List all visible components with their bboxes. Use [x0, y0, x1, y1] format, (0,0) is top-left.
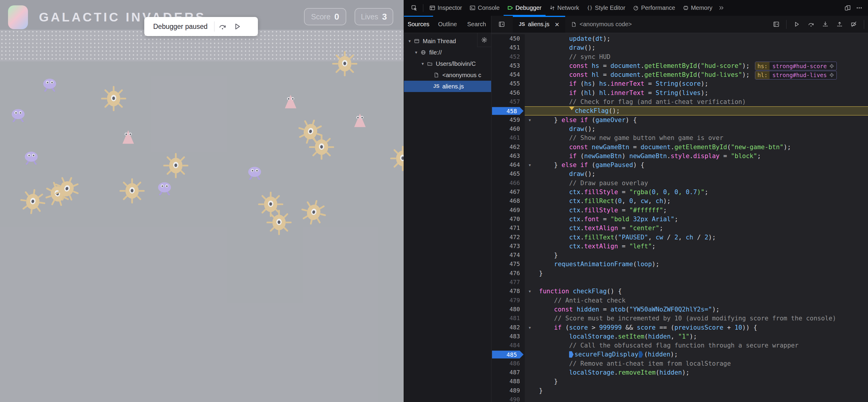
- line-number-465[interactable]: 465: [491, 169, 525, 178]
- tab-console[interactable]: Console: [466, 0, 503, 16]
- resume-icon[interactable]: [230, 20, 244, 33]
- tree-item-users-lboivin-c[interactable]: ▾Users/lboivin/C: [404, 58, 491, 69]
- line-number-485[interactable]: 485: [491, 350, 525, 359]
- line-number-453[interactable]: 453: [491, 61, 525, 70]
- line-number-484[interactable]: 484: [491, 341, 525, 350]
- line-number-459[interactable]: 459: [491, 116, 525, 124]
- collapse-sources-panel-icon[interactable]: [496, 19, 507, 30]
- column-breakpoint-marker[interactable]: [569, 351, 574, 357]
- code-text: secureFlagDisplay(hidden);: [535, 350, 678, 359]
- line-number-488[interactable]: 488: [491, 377, 525, 386]
- line-number-489[interactable]: 489: [491, 386, 525, 395]
- line-number-457[interactable]: 457: [491, 97, 525, 106]
- line-number-454[interactable]: 454: [491, 70, 525, 79]
- line-number-471[interactable]: 471: [491, 224, 525, 233]
- line-number-466[interactable]: 466: [491, 179, 525, 188]
- tab-inspector[interactable]: Inspector: [426, 0, 466, 16]
- line-number-481[interactable]: 481: [491, 314, 525, 323]
- step-in-button[interactable]: [819, 19, 831, 30]
- line-number-486[interactable]: 486: [491, 359, 525, 368]
- line-number-475[interactable]: 475: [491, 260, 525, 268]
- line-number-476[interactable]: 476: [491, 269, 525, 278]
- step-over-icon[interactable]: [216, 20, 229, 33]
- code-line-body: }: [525, 386, 868, 395]
- line-number-461[interactable]: 461: [491, 134, 525, 142]
- tree-item--anonymous-c[interactable]: <anonymous c: [404, 69, 491, 81]
- fold-spacer: [525, 377, 535, 386]
- line-number-452[interactable]: 452: [491, 52, 525, 61]
- tab-style-editor[interactable]: {}Style Editor: [583, 0, 629, 16]
- devtools-panel: InspectorConsoleDebuggerNetwork{}Style E…: [404, 0, 868, 402]
- tree-item-file-[interactable]: ▾file://: [404, 47, 491, 58]
- line-number-482[interactable]: 482: [491, 323, 525, 332]
- line-number-474[interactable]: 474: [491, 251, 525, 260]
- tab-memory[interactable]: Memory: [679, 0, 716, 16]
- chevron-double-right-icon[interactable]: [719, 5, 724, 11]
- line-number-473[interactable]: 473: [491, 242, 525, 251]
- fold-arrow-icon[interactable]: ▾: [525, 323, 535, 332]
- line-number-472[interactable]: 472: [491, 233, 525, 242]
- line-number-455[interactable]: 455: [491, 79, 525, 88]
- line-number-468[interactable]: 468: [491, 197, 525, 205]
- line-number-483[interactable]: 483: [491, 332, 525, 341]
- close-tab-icon[interactable]: ×: [555, 21, 559, 28]
- code-line-body: // Show new game button when game is ove…: [525, 134, 868, 142]
- line-number-490[interactable]: 490: [491, 395, 525, 402]
- line-number-478[interactable]: 478: [491, 287, 525, 296]
- pick-element-icon[interactable]: [408, 2, 421, 14]
- step-out-button[interactable]: [834, 19, 845, 30]
- source-tab-aliens.js[interactable]: JSaliens.js×: [513, 16, 565, 33]
- tab-performance[interactable]: Performance: [629, 0, 679, 16]
- tree-item-label: Users/lboivin/C: [436, 60, 476, 67]
- line-number-458[interactable]: 458: [491, 106, 525, 115]
- code-line-452: 452 // sync HUD: [491, 52, 868, 61]
- tab-debugger[interactable]: Debugger: [504, 0, 546, 16]
- collapse-right-panel-button[interactable]: [770, 19, 782, 30]
- tab-label: Inspector: [438, 4, 462, 11]
- line-number-463[interactable]: 463: [491, 151, 525, 161]
- line-number-470[interactable]: 470: [491, 215, 525, 224]
- sources-settings-gear-icon[interactable]: [477, 33, 491, 47]
- breakpoint-badge[interactable]: 485: [492, 350, 524, 358]
- responsive-design-icon[interactable]: [844, 5, 851, 11]
- fold-arrow-icon[interactable]: ▾: [525, 287, 535, 296]
- line-number-467[interactable]: 467: [491, 188, 525, 197]
- twisty-expanded-icon[interactable]: ▾: [406, 38, 413, 44]
- fold-arrow-icon[interactable]: ▾: [525, 116, 535, 124]
- meatball-menu-icon[interactable]: [856, 5, 862, 11]
- code-line-body: draw();: [525, 124, 868, 134]
- line-number-487[interactable]: 487: [491, 368, 525, 377]
- sidebar-tab-outline[interactable]: Outline: [433, 16, 462, 33]
- sidebar-tab-sources[interactable]: Sources: [404, 16, 433, 33]
- twisty-expanded-icon[interactable]: ▾: [413, 50, 420, 55]
- tree-item-aliens.js[interactable]: JSaliens.js: [404, 81, 491, 92]
- fold-arrow-icon[interactable]: ▾: [525, 161, 535, 169]
- code-line-457: 457 // Check for flag (and anti-cheat ve…: [491, 97, 868, 106]
- code-line-458: 458 checkFlag();: [491, 106, 868, 115]
- code-text: }: [535, 269, 543, 278]
- paused-line-badge[interactable]: 458: [492, 107, 524, 115]
- line-number-479[interactable]: 479: [491, 296, 525, 305]
- line-number-462[interactable]: 462: [491, 143, 525, 151]
- column-breakpoint-marker[interactable]: [639, 351, 643, 357]
- twisty-expanded-icon[interactable]: ▾: [420, 61, 426, 66]
- code-text: function checkFlag() {: [535, 287, 622, 296]
- line-number-460[interactable]: 460: [491, 124, 525, 134]
- js-icon: JS: [433, 83, 440, 89]
- line-number-480[interactable]: 480: [491, 305, 525, 314]
- line-number-451[interactable]: 451: [491, 43, 525, 52]
- tab-network[interactable]: Network: [546, 0, 583, 16]
- line-number-456[interactable]: 456: [491, 88, 525, 97]
- alien-sun: [332, 51, 358, 78]
- line-number-477[interactable]: 477: [491, 278, 525, 287]
- step-over-button[interactable]: [805, 19, 817, 30]
- target-icon[interactable]: [829, 64, 836, 68]
- resume-button[interactable]: [790, 19, 803, 30]
- deactivate-breakpoints-button[interactable]: [848, 19, 860, 30]
- line-number-450[interactable]: 450: [491, 34, 525, 43]
- source-tab--anonymous-code-[interactable]: <anonymous code>: [565, 16, 638, 33]
- target-icon[interactable]: [829, 73, 836, 78]
- line-number-464[interactable]: 464: [491, 161, 525, 169]
- line-number-469[interactable]: 469: [491, 206, 525, 215]
- sidebar-tab-search[interactable]: Search: [462, 16, 491, 33]
